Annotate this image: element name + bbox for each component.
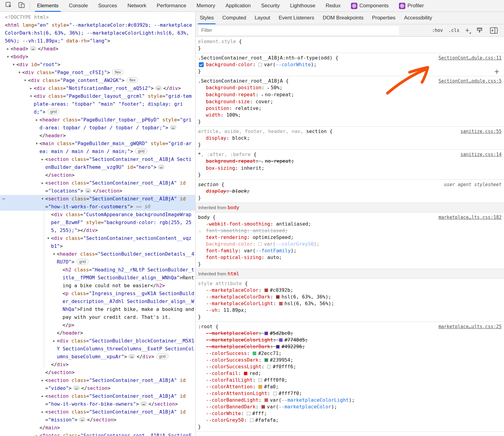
- toggle-hover-state-button[interactable]: :hov: [432, 28, 443, 33]
- layout-badge-grid[interactable]: grid: [77, 259, 89, 264]
- dom-node-selected[interactable]: ⋯▼<section class="SectionContainer_root_…: [0, 195, 196, 211]
- twisty-icon[interactable]: ▶: [40, 392, 45, 400]
- styles-tab-properties[interactable]: Properties: [368, 12, 400, 24]
- css-property[interactable]: --colorFailLight: #fff0f0;: [198, 377, 502, 383]
- css-property[interactable]: --marketplaceColor: #5d2bc0;: [198, 330, 502, 337]
- tab-profiler[interactable]: Profiler: [394, 0, 429, 12]
- property-checkbox[interactable]: [199, 62, 204, 67]
- color-swatch[interactable]: [253, 352, 256, 355]
- dom-node[interactable]: ▶<div class="NotificationBar_root__aQ5i2…: [0, 84, 196, 92]
- inspect-element-icon[interactable]: [5, 1, 13, 10]
- layout-badge-grid[interactable]: grid: [135, 148, 147, 154]
- css-property[interactable]: font-optical-sizing: auto;: [198, 254, 502, 261]
- tab-console[interactable]: Console: [64, 0, 93, 12]
- css-property[interactable]: font-family: var(--fontFamily);: [198, 247, 502, 254]
- styles-tab-dom-breakpoints[interactable]: DOM Breakpoints: [318, 12, 368, 24]
- dom-node[interactable]: </section>: [0, 369, 196, 376]
- stylesheet-link[interactable]: marketplace…ults.css:25: [438, 323, 502, 330]
- color-swatch[interactable]: [258, 385, 262, 389]
- device-toolbar-icon[interactable]: [18, 1, 26, 10]
- twisty-icon[interactable]: ▼: [35, 140, 39, 148]
- color-swatch[interactable]: [267, 365, 271, 369]
- css-property[interactable]: --marketplaceColorLight: hsl(6, 63%, 56%…: [198, 300, 502, 307]
- twisty-icon[interactable]: ▶: [40, 408, 45, 416]
- layout-badge-flex[interactable]: flex: [112, 69, 124, 75]
- css-property[interactable]: --colorSuccessLight: #f0fff6;: [198, 363, 502, 370]
- styles-tab-styles[interactable]: Styles: [196, 12, 218, 24]
- css-property[interactable]: --colorSuccessDark: #239954;: [198, 357, 502, 363]
- tab-redux[interactable]: Redux: [321, 0, 346, 12]
- tab-sources[interactable]: Sources: [93, 0, 122, 12]
- css-var-link[interactable]: --colorGrey50: [276, 241, 314, 247]
- stylesheet-link[interactable]: sanitize.css:55: [461, 128, 502, 135]
- css-property[interactable]: --colorBannedDark: var(--marketplaceColo…: [198, 404, 502, 410]
- dom-node[interactable]: ▼<body>: [0, 53, 196, 61]
- color-swatch[interactable]: [264, 332, 268, 335]
- color-swatch[interactable]: [258, 242, 262, 246]
- dom-node[interactable]: ▼<header class="SectionBuilder_sectionDe…: [0, 250, 196, 266]
- ellipsis-expander-icon[interactable]: …: [170, 125, 176, 130]
- css-property[interactable]: --colorWhite: #fff;: [198, 410, 502, 417]
- ellipsis-expander-icon[interactable]: …: [30, 46, 36, 51]
- twisty-icon[interactable]: ▼: [52, 250, 56, 258]
- styles-filter-input[interactable]: [199, 26, 399, 35]
- dom-node[interactable]: ▶<section class="SectionContainer_root__…: [0, 408, 196, 424]
- css-property[interactable]: background-position: ▸50%;: [198, 84, 502, 91]
- rendering-emulation-icon[interactable]: [475, 26, 484, 34]
- css-property[interactable]: width: 100%;: [198, 112, 502, 118]
- layout-badge-flex[interactable]: flex: [127, 77, 138, 83]
- dom-node[interactable]: </main>: [0, 424, 196, 432]
- layout-badge-grid[interactable]: grid: [156, 353, 169, 359]
- twisty-icon[interactable]: ▶: [40, 179, 45, 187]
- node-link[interactable]: html: [228, 271, 240, 277]
- new-style-rule-button[interactable]: +: [494, 67, 499, 77]
- twisty-icon[interactable]: ▼: [29, 92, 33, 100]
- css-property[interactable]: --marketplaceColorDark: hsl(6, 63%, 36%)…: [198, 294, 502, 300]
- dom-node[interactable]: <h2 class="Heading_h2__rNLtP SectionBuil…: [0, 266, 196, 290]
- css-property[interactable]: --marketplaceColorLight: #7748d5;: [198, 337, 502, 343]
- dom-node[interactable]: </div>: [0, 361, 196, 369]
- css-property[interactable]: -webkit-font-smoothing: antialiased;: [198, 221, 502, 227]
- css-property[interactable]: background-color: var(--colorWhite);: [198, 61, 502, 68]
- dom-node[interactable]: </header>: [0, 132, 196, 140]
- tab-network[interactable]: Network: [122, 0, 152, 12]
- stylesheet-link[interactable]: SectionCont…odule.css:5: [438, 78, 502, 84]
- css-property[interactable]: position: relative;: [198, 105, 502, 112]
- color-swatch[interactable]: [264, 358, 268, 362]
- color-swatch[interactable]: [250, 418, 254, 422]
- expand-value-icon[interactable]: ▸: [267, 86, 269, 90]
- css-property[interactable]: background-repeat: ▸no-repeat;: [198, 91, 502, 98]
- dom-node[interactable]: </section>: [0, 171, 196, 179]
- css-property[interactable]: text-rendering: optimizeSpeed;: [198, 234, 502, 241]
- tab-components[interactable]: Components: [346, 0, 394, 12]
- dom-node[interactable]: ▼<div class="Page_content__AW2GK">flex: [0, 77, 196, 84]
- twisty-icon[interactable]: ▼: [40, 195, 45, 203]
- tab-performance[interactable]: Performance: [152, 0, 191, 12]
- expand-value-icon[interactable]: ▸: [261, 159, 264, 164]
- css-property[interactable]: box-sizing: inherit;: [198, 165, 502, 172]
- css-property[interactable]: background-size: cover;: [198, 98, 502, 105]
- ellipsis-expander-icon[interactable]: …: [155, 86, 162, 90]
- css-property[interactable]: --colorFail: red;: [198, 370, 502, 377]
- twisty-icon[interactable]: ▶: [29, 84, 33, 92]
- tab-security[interactable]: Security: [256, 0, 285, 12]
- css-property[interactable]: --marketplaceColorDark: #492296;: [198, 343, 502, 350]
- expand-value-icon[interactable]: ▸: [261, 93, 264, 97]
- tab-memory[interactable]: Memory: [191, 0, 220, 12]
- dom-node[interactable]: ▶<footer class="SectionContainer_root__A…: [0, 432, 196, 436]
- ellipsis-expander-icon[interactable]: …: [140, 401, 147, 406]
- css-property[interactable]: --colorAttentionLight: #fff7f0;: [198, 390, 502, 397]
- dom-node[interactable]: </p>: [0, 321, 196, 329]
- ellipsis-expander-icon[interactable]: …: [85, 188, 91, 193]
- styles-tab-event-listeners[interactable]: Event Listeners: [274, 12, 318, 24]
- color-swatch[interactable]: [264, 398, 268, 402]
- color-swatch[interactable]: [276, 345, 280, 349]
- stylesheet-link[interactable]: SectionCont…dule.css:11: [438, 55, 502, 61]
- dom-node[interactable]: <p class="Ingress_ingress__gvK1A Section…: [0, 290, 196, 321]
- node-menu-icon[interactable]: ⋯: [2, 195, 5, 203]
- expand-sidebar-icon[interactable]: [490, 27, 498, 34]
- dom-node[interactable]: ▶<section class="SectionContainer_root__…: [0, 179, 196, 195]
- color-swatch[interactable]: [244, 372, 247, 375]
- color-swatch[interactable]: [247, 412, 250, 415]
- twisty-icon[interactable]: ▶: [40, 155, 45, 163]
